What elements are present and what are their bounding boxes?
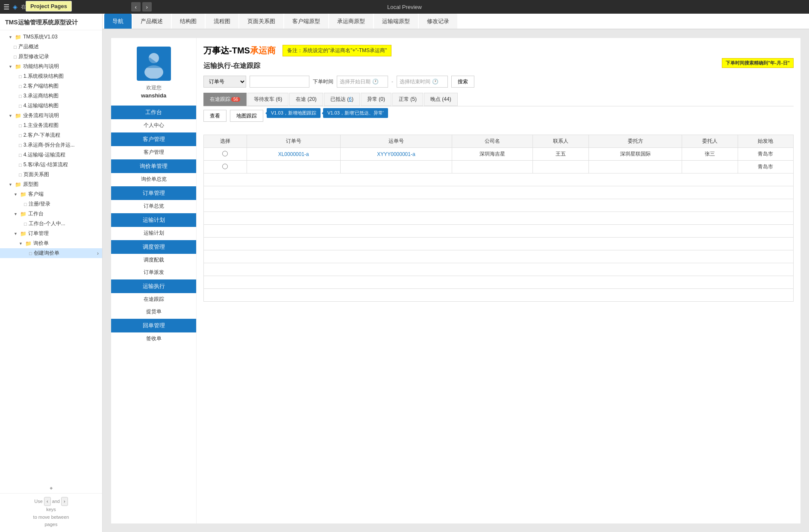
section-hint: 下单时间搜索精确到"年-月-日"	[722, 58, 794, 68]
sidebar-item-product[interactable]: □ 产品概述	[0, 42, 102, 52]
scroll-indicator[interactable]: ⬥	[0, 482, 102, 493]
table-row	[204, 250, 794, 263]
brand-note: 备注：系统设定的"承运商名"+"-TMS承运商"	[282, 45, 391, 56]
nav-sub-receipt[interactable]: 签收单	[111, 332, 196, 345]
tab-page-relations[interactable]: 页面关系图	[239, 14, 283, 29]
sidebar-item-inquiry[interactable]: ▼ 📁 询价单	[0, 238, 102, 248]
search-input[interactable]	[250, 76, 309, 88]
tab-carrier-prototype[interactable]: 承运商原型	[329, 14, 373, 29]
tab-flowchart[interactable]: 流程图	[206, 14, 238, 29]
sidebar-item-login[interactable]: □ 注册/登录	[0, 199, 102, 209]
folder-icon: 📁	[15, 34, 21, 40]
cell-delegate: 张三	[682, 148, 738, 161]
nav-sub-tracking[interactable]: 在途跟踪	[111, 293, 196, 306]
nav-sub-dispatch[interactable]: 调度配载	[111, 254, 196, 266]
tab-navigation[interactable]: 导航	[104, 14, 132, 29]
nav-sub-inquiry[interactable]: 询价单总览	[111, 173, 196, 185]
cell-select[interactable]	[204, 161, 247, 173]
sidebar-item-changelog[interactable]: □ 原型修改记录	[0, 52, 102, 62]
status-tab-arrived[interactable]: 已抵达 (6)	[324, 93, 360, 106]
waybill-id-link[interactable]: XYYY0000001-a	[377, 151, 415, 157]
status-tab-waiting[interactable]: 等待发车 (6)	[247, 93, 288, 106]
nav-header-receipt[interactable]: 回单管理	[111, 319, 196, 332]
right-content: 导航 产品概述 结构图 流程图 页面关系图 客户端原型 承运商原型 运输端原型 …	[103, 14, 809, 532]
cell-contact	[533, 161, 588, 173]
tab-changelog[interactable]: 修改记录	[419, 14, 457, 29]
folder-icon: 📁	[20, 231, 26, 237]
toggle-icon: ▼	[14, 232, 18, 236]
sidebar-item-client[interactable]: ▼ 📁 客户端	[0, 189, 102, 199]
view-button[interactable]: 查看	[203, 110, 227, 122]
nav-section-inquiry: 询价单管理 询价单总览	[111, 159, 196, 185]
status-tab-all-tracking[interactable]: 在途跟踪56	[203, 93, 247, 106]
tab-structure[interactable]: 结构图	[172, 14, 205, 29]
sidebar-item-order-mgmt[interactable]: ▼ 📁 订单管理	[0, 229, 102, 238]
sidebar-item-sys-structure[interactable]: □ 1.系统模块结构图	[0, 71, 102, 81]
sidebar-item-workbench-personal[interactable]: □ 工作台-个人中...	[0, 219, 102, 229]
page-icon: □	[14, 44, 17, 50]
row-radio[interactable]	[222, 151, 228, 156]
sidebar-item-label: 工作台-个人中...	[29, 220, 65, 227]
sidebar-item-label: 原型图	[23, 181, 38, 188]
sidebar-item-carrier-structure[interactable]: □ 3.承运商结构图	[0, 91, 102, 101]
nav-sub-personal[interactable]: 个人中心	[111, 119, 196, 132]
search-type-select[interactable]: 订单号	[203, 76, 246, 88]
sidebar-item-flow3[interactable]: □ 3.承运商-拆分合并运...	[0, 140, 102, 150]
status-tabs: 在途跟踪56 等待发车 (6) 在途 (20) 已抵达 (6) 异常 (0)	[203, 93, 794, 106]
hamburger-icon[interactable]: ☰	[3, 3, 9, 11]
nav-header-transport-exec[interactable]: 运输执行	[111, 279, 196, 293]
date-start-input[interactable]: 选择开始日期 🕐	[337, 76, 388, 88]
sidebar-item-page-map[interactable]: □ 页面关系图	[0, 170, 102, 179]
nav-sub-order[interactable]: 订单总览	[111, 200, 196, 212]
tab-transport-prototype[interactable]: 运输端原型	[374, 14, 418, 29]
nav-header-inquiry[interactable]: 询价单管理	[111, 159, 196, 173]
tab-client-prototype[interactable]: 客户端原型	[284, 14, 328, 29]
page-icon: □	[19, 94, 22, 99]
nav-header-client[interactable]: 客户管理	[111, 132, 196, 146]
nav-header-dispatch[interactable]: 调度管理	[111, 240, 196, 254]
nav-header-transport-plan[interactable]: 运输计划	[111, 213, 196, 227]
status-tab-abnormal[interactable]: 异常 (0)	[361, 93, 391, 106]
sidebar-item-flow1[interactable]: □ 1.主业务流程图	[0, 121, 102, 130]
sidebar-item-flow4[interactable]: □ 4.运输端-运输流程	[0, 150, 102, 160]
cell-select[interactable]	[204, 148, 247, 161]
sidebar-item-flow2[interactable]: □ 2.客户-下单流程	[0, 130, 102, 140]
nav-section-order: 订单管理 订单总览	[111, 186, 196, 212]
tab-label: 晚点	[430, 96, 441, 102]
sidebar-item-client-structure[interactable]: □ 2.客户端结构图	[0, 81, 102, 91]
status-tab-normal[interactable]: 正常 (5)	[392, 93, 423, 106]
search-button[interactable]: 搜索	[451, 76, 474, 88]
col-header-contact: 联系人	[533, 135, 588, 148]
sidebar-item-workbench[interactable]: ▼ 📁 工作台	[0, 209, 102, 219]
sidebar-item-workflow[interactable]: ▼ 📁 业务流程与说明	[0, 111, 102, 121]
nav-sub-transport-plan[interactable]: 运输计划	[111, 227, 196, 239]
sidebar-item-root[interactable]: ▼ 📁 TMS系统V1.03	[0, 32, 102, 42]
sidebar-item-func-structure[interactable]: ▼ 📁 功能结构与说明	[0, 62, 102, 71]
sidebar-item-flow5[interactable]: □ 5.客/承/运-结算流程	[0, 160, 102, 170]
local-preview-label: Local Preview	[387, 4, 422, 10]
nav-next-button[interactable]: ›	[142, 2, 152, 12]
status-tab-enroute[interactable]: 在途 (20)	[289, 93, 323, 106]
date-end-input[interactable]: 选择结束时间 🕐	[397, 76, 448, 88]
table-row	[204, 276, 794, 289]
nav-header-workbench[interactable]: 工作台	[111, 106, 196, 119]
map-track-button[interactable]: 地图跟踪	[230, 110, 263, 122]
col-header-select: 选择	[204, 135, 247, 148]
nav-sub-pickup[interactable]: 提货单	[111, 306, 196, 318]
status-tab-late[interactable]: 晚点 (44)	[424, 93, 458, 106]
nav-prev-button[interactable]: ‹	[131, 2, 141, 12]
tab-count: 44	[444, 96, 449, 102]
nav-header-order[interactable]: 订单管理	[111, 186, 196, 200]
row-radio[interactable]	[222, 164, 228, 169]
nav-sub-client[interactable]: 客户管理	[111, 146, 196, 159]
order-id-link[interactable]: XL0000001-a	[278, 151, 309, 157]
tab-product[interactable]: 产品概述	[132, 14, 171, 29]
app-frame: 欢迎您 wanshida 工作台 个人中心 客户管理 客户管理 询价单管理 询价…	[111, 38, 800, 523]
nav-sub-order-dispatch[interactable]: 订单派发	[111, 266, 196, 279]
cell-delegate	[682, 161, 738, 173]
sidebar-item-label: 询价单	[33, 240, 49, 247]
sidebar-item-prototype[interactable]: ▼ 📁 原型图	[0, 179, 102, 189]
sidebar-item-transport-structure[interactable]: □ 4.运输端结构图	[0, 101, 102, 111]
sidebar-item-label: 业务流程与说明	[23, 112, 59, 119]
sidebar-item-create-inquiry[interactable]: □ 创建询价单 ›	[0, 248, 102, 258]
